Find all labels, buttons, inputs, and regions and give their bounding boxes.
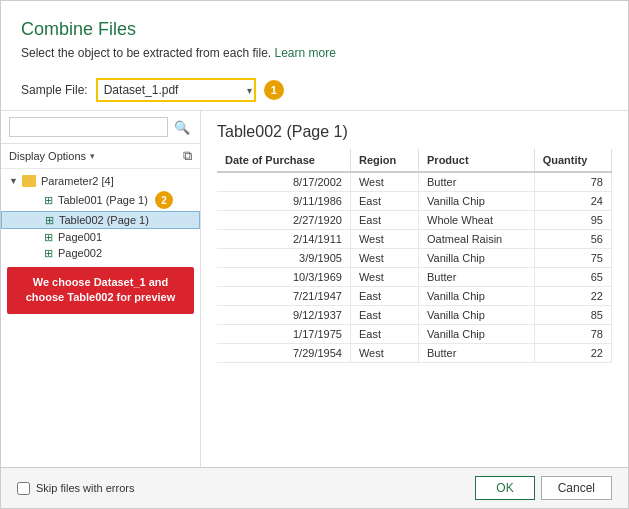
table-title: Table002 (Page 1) bbox=[201, 111, 628, 149]
tree-item-label: Page001 bbox=[58, 231, 102, 243]
table-cell: 75 bbox=[534, 249, 611, 268]
table-cell: 9/11/1986 bbox=[217, 192, 350, 211]
tree-root[interactable]: ▼ Parameter2 [4] bbox=[1, 173, 200, 189]
spacer-icon bbox=[28, 195, 38, 205]
dialog-footer: Skip files with errors OK Cancel bbox=[1, 467, 628, 508]
table-cell: 24 bbox=[534, 192, 611, 211]
table-cell: 2/14/1911 bbox=[217, 230, 350, 249]
table-row: 3/9/1905WestVanilla Chip75 bbox=[217, 249, 612, 268]
table-cell: 9/12/1937 bbox=[217, 306, 350, 325]
table-cell: Vanilla Chip bbox=[419, 287, 535, 306]
table-row: 9/12/1937EastVanilla Chip85 bbox=[217, 306, 612, 325]
dialog-subtitle: Select the object to be extracted from e… bbox=[21, 46, 608, 60]
table-row: 8/17/2002WestButter78 bbox=[217, 172, 612, 192]
dialog-title: Combine Files bbox=[21, 19, 608, 40]
tree-item-label: Page002 bbox=[58, 247, 102, 259]
table-header-row: Date of Purchase Region Product Quantity bbox=[217, 149, 612, 172]
folder-icon bbox=[22, 175, 36, 187]
data-table-wrapper: Date of Purchase Region Product Quantity… bbox=[201, 149, 628, 467]
table-cell: 8/17/2002 bbox=[217, 172, 350, 192]
table-icon: ⊞ bbox=[41, 247, 55, 259]
table-cell: Vanilla Chip bbox=[419, 192, 535, 211]
table-cell: Vanilla Chip bbox=[419, 306, 535, 325]
tree-item-page001[interactable]: ⊞ Page001 bbox=[1, 229, 200, 245]
table-cell: Butter bbox=[419, 172, 535, 192]
ok-button[interactable]: OK bbox=[475, 476, 534, 500]
table-cell: 7/29/1954 bbox=[217, 344, 350, 363]
footer-buttons: OK Cancel bbox=[475, 476, 612, 500]
left-panel: 🔍 Display Options ▾ ⧉ ▼ Parameter2 [4] bbox=[1, 111, 201, 467]
table-cell: Butter bbox=[419, 344, 535, 363]
table-cell: West bbox=[350, 344, 418, 363]
sample-file-select-wrapper: Dataset_1.pdf ▾ bbox=[96, 78, 256, 102]
table-cell: 65 bbox=[534, 268, 611, 287]
col-header-region: Region bbox=[350, 149, 418, 172]
table-cell: East bbox=[350, 306, 418, 325]
search-bar: 🔍 bbox=[1, 111, 200, 144]
table-cell: 3/9/1905 bbox=[217, 249, 350, 268]
spacer-icon bbox=[28, 248, 38, 258]
table-cell: West bbox=[350, 172, 418, 192]
table-cell: 2/27/1920 bbox=[217, 211, 350, 230]
tree-item-label: Table002 (Page 1) bbox=[59, 214, 149, 226]
table-cell: West bbox=[350, 249, 418, 268]
sample-file-row: Sample File: Dataset_1.pdf ▾ 1 bbox=[1, 70, 628, 110]
sample-file-label: Sample File: bbox=[21, 83, 88, 97]
skip-errors-checkbox[interactable] bbox=[17, 482, 30, 495]
table-cell: West bbox=[350, 230, 418, 249]
table-row: 2/14/1911WestOatmeal Raisin56 bbox=[217, 230, 612, 249]
table-row: 1/17/1975EastVanilla Chip78 bbox=[217, 325, 612, 344]
table-icon: ⊞ bbox=[42, 214, 56, 226]
table-cell: 78 bbox=[534, 172, 611, 192]
badge-1: 1 bbox=[264, 80, 284, 100]
display-options-label[interactable]: Display Options bbox=[9, 150, 86, 162]
table-cell: Butter bbox=[419, 268, 535, 287]
data-table: Date of Purchase Region Product Quantity… bbox=[217, 149, 612, 363]
table-row: 9/11/1986EastVanilla Chip24 bbox=[217, 192, 612, 211]
table-cell: Oatmeal Raisin bbox=[419, 230, 535, 249]
table-cell: Vanilla Chip bbox=[419, 325, 535, 344]
search-input[interactable] bbox=[9, 117, 168, 137]
expand-arrow-icon: ▼ bbox=[9, 176, 19, 186]
export-icon[interactable]: ⧉ bbox=[183, 148, 192, 164]
table-cell: 7/21/1947 bbox=[217, 287, 350, 306]
cancel-button[interactable]: Cancel bbox=[541, 476, 612, 500]
table-icon: ⊞ bbox=[41, 231, 55, 243]
tree-root-label: Parameter2 [4] bbox=[41, 175, 114, 187]
table-cell: East bbox=[350, 325, 418, 344]
skip-errors-label: Skip files with errors bbox=[36, 482, 134, 494]
table-cell: East bbox=[350, 192, 418, 211]
table-cell: 22 bbox=[534, 344, 611, 363]
chevron-down-icon: ▾ bbox=[90, 151, 95, 161]
table-cell: 10/3/1969 bbox=[217, 268, 350, 287]
table-cell: Vanilla Chip bbox=[419, 249, 535, 268]
table-cell: 1/17/1975 bbox=[217, 325, 350, 344]
tree-item-table001[interactable]: ⊞ Table001 (Page 1) 2 bbox=[1, 189, 200, 211]
table-cell: 56 bbox=[534, 230, 611, 249]
combine-files-dialog: Combine Files Select the object to be ex… bbox=[0, 0, 629, 509]
tree-item-label: Table001 (Page 1) bbox=[58, 194, 148, 206]
right-panel: Table002 (Page 1) Date of Purchase Regio… bbox=[201, 111, 628, 467]
table-row: 7/21/1947EastVanilla Chip22 bbox=[217, 287, 612, 306]
col-header-quantity: Quantity bbox=[534, 149, 611, 172]
col-header-product: Product bbox=[419, 149, 535, 172]
table-row: 10/3/1969WestButter65 bbox=[217, 268, 612, 287]
col-header-date: Date of Purchase bbox=[217, 149, 350, 172]
tree-item-table002[interactable]: ⊞ Table002 (Page 1) bbox=[1, 211, 200, 229]
display-options-row[interactable]: Display Options ▾ ⧉ bbox=[1, 144, 200, 169]
dialog-body: 🔍 Display Options ▾ ⧉ ▼ Parameter2 [4] bbox=[1, 110, 628, 467]
badge-2: 2 bbox=[155, 191, 173, 209]
tree-area: ▼ Parameter2 [4] ⊞ Table001 (Page 1) 2 bbox=[1, 169, 200, 467]
search-button[interactable]: 🔍 bbox=[172, 118, 192, 137]
dialog-header: Combine Files Select the object to be ex… bbox=[1, 1, 628, 70]
tree-item-page002[interactable]: ⊞ Page002 bbox=[1, 245, 200, 261]
table-row: 2/27/1920EastWhole Wheat95 bbox=[217, 211, 612, 230]
learn-more-link[interactable]: Learn more bbox=[274, 46, 335, 60]
red-info-box: We choose Dataset_1 and choose Table002 … bbox=[7, 267, 194, 314]
table-cell: 95 bbox=[534, 211, 611, 230]
sample-file-select[interactable]: Dataset_1.pdf bbox=[96, 78, 256, 102]
table-row: 7/29/1954WestButter22 bbox=[217, 344, 612, 363]
spacer-icon bbox=[28, 232, 38, 242]
table-cell: West bbox=[350, 268, 418, 287]
footer-left: Skip files with errors bbox=[17, 482, 467, 495]
